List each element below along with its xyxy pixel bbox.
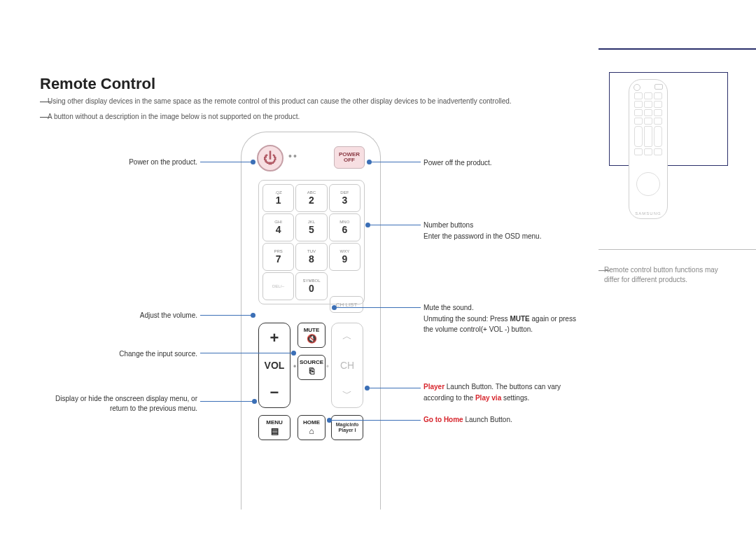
menu-text: MENU: [266, 420, 283, 426]
page-header-rule: [598, 48, 756, 50]
key-7-num: 7: [276, 253, 281, 265]
key-3: DEF3: [329, 184, 360, 212]
key-2: ABC2: [295, 184, 327, 212]
mute-icon: 🔇: [307, 335, 317, 343]
number-pad: .QZ1 ABC2 DEF3 GHI4 JKL5 MNO6 PRS7 TUV8 …: [258, 180, 365, 304]
sidebar-note: Remote control button functions may diff…: [604, 265, 723, 285]
source-text: SOURCE: [300, 360, 323, 365]
key-9-num: 9: [342, 253, 347, 265]
label-player-rest2: settings.: [501, 394, 529, 402]
key-del: DEL/--: [262, 272, 294, 300]
callout-dot-volume: [251, 313, 255, 318]
label-mute: Mute the sound. Unmuting the sound: Pres…: [424, 302, 584, 335]
key-7: PRS7: [262, 243, 294, 271]
mute-text: MUTE: [304, 328, 320, 333]
callout-line-power-on: [200, 162, 251, 162]
callout-line-menu: [200, 401, 252, 402]
key-5-num: 5: [309, 224, 314, 235]
label-mute-bold: MUTE: [510, 315, 529, 323]
key-3-num: 3: [342, 195, 347, 206]
channel-up-icon: ︿: [342, 330, 352, 343]
callout-dot-source: [291, 351, 296, 356]
mute-button: MUTE 🔇: [298, 323, 326, 348]
source-icon: ⎘: [309, 367, 314, 375]
mini-power-icon: [634, 84, 640, 91]
sidebar-highlight-box: [609, 72, 728, 166]
key-del-sub: DEL/--: [272, 284, 284, 288]
label-home-rest: Launch Button.: [463, 416, 512, 423]
label-number-l1: Number buttons: [424, 221, 473, 229]
key-1-num: 1: [276, 195, 281, 206]
home-icon: ⌂: [309, 427, 314, 435]
label-mute-l1: Mute the sound.: [424, 304, 474, 311]
label-player: Player Launch Button. The buttons can va…: [424, 381, 584, 403]
callout-line-source: [200, 353, 291, 353]
remote-illustration: ⏻ •• POWER OFF .QZ1 ABC2 DEF3 GHI4 JKL5 …: [241, 132, 381, 510]
callout-line-power-off: [372, 162, 421, 162]
callout-dot-numbers: [365, 223, 370, 227]
key-0: SYMBOL0: [295, 272, 327, 300]
menu-button: MENU ▤: [258, 415, 290, 440]
callout-line-mute: [337, 307, 421, 308]
volume-rocker: + VOL −: [258, 323, 290, 408]
label-playvia-red: Play via: [475, 394, 501, 402]
sidebar-divider: [598, 249, 756, 250]
menu-icon: ▤: [271, 427, 279, 435]
ir-led-dots: ••: [288, 150, 298, 162]
intro-note-2: A button without a description in the im…: [48, 112, 300, 122]
callout-line-numbers: [370, 225, 421, 225]
ch-list-button: CH LIST: [330, 296, 363, 313]
key-2-num: 2: [309, 195, 314, 206]
key-0-num: 0: [309, 283, 314, 294]
callout-dot-power-on: [251, 160, 255, 164]
callout-line-player: [370, 388, 421, 388]
label-mute-l2a: Unmuting the sound: Press: [424, 315, 510, 323]
intro-note-1: Using other display devices in the same …: [48, 97, 512, 106]
key-4: GHI4: [262, 213, 294, 241]
poff-l2: OFF: [344, 157, 355, 163]
label-player-red: Player: [424, 383, 444, 391]
label-power-off: Power off the product.: [424, 157, 584, 169]
mini-brand: SAMSUNG: [629, 211, 667, 216]
channel-down-icon: ﹀: [342, 388, 352, 400]
key-8: TUV8: [295, 243, 327, 271]
key-1: .QZ1: [262, 184, 294, 212]
channel-label: CH: [340, 360, 354, 371]
key-6: MNO6: [329, 213, 360, 241]
source-button: SOURCE ⎘: [298, 355, 326, 380]
label-home: Go to Home Launch Button.: [424, 414, 584, 426]
label-number-l2: Enter the password in the OSD menu.: [424, 232, 541, 240]
key-5: JKL5: [295, 213, 327, 241]
label-menu: Display or hide the onscreen display men…: [40, 394, 197, 414]
volume-label: VOL: [265, 360, 285, 371]
callout-dot-power-off: [367, 160, 372, 164]
label-adjust-volume: Adjust the volume.: [40, 311, 197, 321]
sidebar-mini-remote: SAMSUNG: [629, 79, 668, 219]
volume-minus-icon: −: [270, 384, 279, 402]
callout-line-volume: [200, 315, 251, 316]
home-text: HOME: [303, 420, 320, 426]
label-home-red: Go to Home: [424, 416, 463, 423]
callout-dot-menu: [252, 399, 257, 404]
label-source: Change the input source.: [40, 349, 197, 359]
callout-line-home: [332, 420, 421, 421]
key-8-num: 8: [309, 253, 314, 265]
mini-power-off-icon: [654, 84, 663, 90]
power-on-button: ⏻: [257, 145, 284, 171]
mini-dpad: [636, 172, 660, 196]
magic-l1: MagicInfo: [336, 422, 359, 428]
callout-dot-mute: [332, 305, 337, 310]
key-9: WXY9: [329, 243, 360, 271]
label-power-on: Power on the product.: [40, 157, 197, 167]
page-title: Remote Control: [40, 75, 155, 93]
label-number-buttons: Number buttons Enter the password in the…: [424, 220, 584, 241]
volume-plus-icon: +: [270, 329, 279, 347]
key-6-num: 6: [342, 224, 347, 235]
home-button: HOME ⌂: [298, 415, 326, 440]
channel-rocker: ︿ CH ﹀: [331, 323, 363, 408]
callout-dot-player: [365, 386, 370, 391]
power-off-button: POWER OFF: [334, 146, 365, 169]
magicinfo-player-button: MagicInfo Player I: [331, 415, 363, 440]
magic-l2: Player I: [339, 428, 356, 433]
key-4-num: 4: [276, 224, 281, 235]
